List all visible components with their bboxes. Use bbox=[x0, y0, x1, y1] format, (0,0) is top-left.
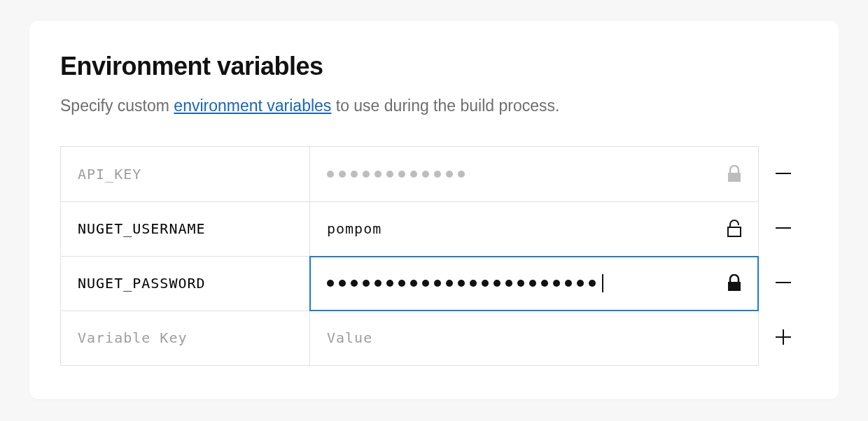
masked-dots bbox=[327, 171, 716, 178]
key-cell[interactable]: NUGET_USERNAME bbox=[61, 202, 310, 256]
add-row-button[interactable] bbox=[759, 310, 808, 364]
table-row: NUGET_USERNAME pompom bbox=[61, 201, 758, 256]
minus-icon bbox=[774, 219, 792, 237]
remove-row-button[interactable] bbox=[759, 146, 808, 201]
env-vars-card: Environment variables Specify custom env… bbox=[29, 21, 839, 399]
key-cell[interactable]: API_KEY bbox=[61, 147, 310, 201]
key-cell[interactable]: NUGET_PASSWORD bbox=[61, 257, 310, 311]
actions-column bbox=[759, 146, 808, 366]
key-cell[interactable] bbox=[61, 311, 310, 365]
section-subtitle: Specify custom environment variables to … bbox=[60, 94, 808, 118]
lock-closed-icon bbox=[727, 165, 742, 183]
table-row: NUGET_PASSWORD bbox=[61, 256, 758, 311]
value-cell[interactable]: pompom bbox=[310, 202, 758, 256]
svg-rect-1 bbox=[728, 227, 741, 236]
env-vars-link[interactable]: environment variables bbox=[174, 97, 331, 115]
lock-toggle[interactable] bbox=[724, 219, 744, 238]
lock-closed-icon bbox=[727, 274, 742, 292]
minus-icon bbox=[774, 164, 792, 183]
masked-dots bbox=[327, 274, 716, 292]
new-value-input[interactable] bbox=[327, 329, 744, 346]
value-cell[interactable] bbox=[310, 147, 758, 201]
subtitle-suffix: to use during the build process. bbox=[331, 97, 559, 115]
lock-toggle[interactable] bbox=[724, 164, 744, 184]
value-text: pompom bbox=[327, 220, 716, 237]
remove-row-button[interactable] bbox=[759, 201, 808, 255]
remove-row-button[interactable] bbox=[759, 255, 808, 310]
key-text: API_KEY bbox=[78, 166, 293, 183]
table-row: API_KEY bbox=[61, 147, 758, 201]
subtitle-prefix: Specify custom bbox=[60, 97, 174, 115]
lock-open-icon bbox=[727, 220, 742, 238]
section-title: Environment variables bbox=[60, 52, 808, 81]
env-vars-table: API_KEY NUGET_USERNAME bbox=[60, 146, 808, 366]
table-main: API_KEY NUGET_USERNAME bbox=[60, 146, 759, 366]
plus-icon bbox=[774, 328, 792, 346]
table-row-new bbox=[61, 311, 758, 365]
lock-toggle[interactable] bbox=[724, 273, 744, 293]
svg-rect-2 bbox=[728, 282, 741, 291]
key-text: NUGET_PASSWORD bbox=[78, 275, 293, 292]
value-cell[interactable] bbox=[310, 257, 758, 311]
key-text: NUGET_USERNAME bbox=[78, 220, 293, 237]
new-key-input[interactable] bbox=[78, 329, 293, 346]
minus-icon bbox=[774, 273, 792, 292]
svg-rect-0 bbox=[728, 173, 741, 182]
value-cell[interactable] bbox=[310, 311, 758, 365]
